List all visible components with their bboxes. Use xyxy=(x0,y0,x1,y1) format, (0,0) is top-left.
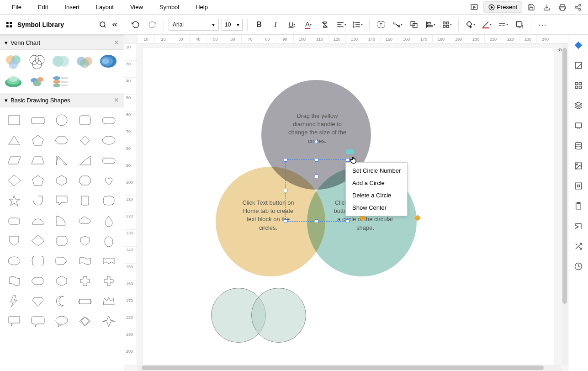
venn-list[interactable] xyxy=(51,74,70,89)
shape-hexagon-2[interactable] xyxy=(27,272,48,290)
shape-blob[interactable] xyxy=(4,252,25,270)
shape-quarter-circle[interactable] xyxy=(51,212,72,230)
redo-button[interactable] xyxy=(145,18,159,32)
venn-concentric[interactable] xyxy=(99,53,118,69)
shape-badge[interactable] xyxy=(51,232,72,250)
history-panel-icon[interactable] xyxy=(572,260,585,273)
shape-square[interactable] xyxy=(4,111,25,129)
slideshow-icon[interactable] xyxy=(468,1,481,14)
shape-parallelogram[interactable] xyxy=(4,151,25,170)
shape-moon[interactable] xyxy=(51,292,72,310)
shape-lightning[interactable] xyxy=(4,292,25,310)
line-color-button[interactable]: ▾ xyxy=(480,18,493,32)
share-icon[interactable] xyxy=(572,1,584,14)
shape-bracket[interactable] xyxy=(27,252,48,270)
menu-edit[interactable]: Edit xyxy=(30,1,56,13)
shape-rounded-square[interactable] xyxy=(74,111,95,129)
page[interactable]: Drag the yellow diamond handle to change… xyxy=(143,48,554,371)
center-handle[interactable] xyxy=(314,140,318,143)
shape-rhombus[interactable] xyxy=(4,171,25,190)
menu-show-center[interactable]: Show Center xyxy=(346,201,407,214)
shape-4-pointed[interactable] xyxy=(98,312,119,330)
font-size-select[interactable]: 10▾ xyxy=(222,19,243,31)
shape-half-circle[interactable] xyxy=(27,212,48,230)
shape-hexagon-3[interactable] xyxy=(51,272,72,290)
collapse-left-icon[interactable] xyxy=(111,21,118,28)
menu-set-circle-number[interactable]: Set Circle Number xyxy=(346,164,407,177)
clipboard-panel-icon[interactable] xyxy=(572,200,585,212)
floating-action-button[interactable] xyxy=(346,149,354,154)
align-panel-icon[interactable] xyxy=(572,220,585,233)
image-panel-icon[interactable] xyxy=(572,159,585,172)
bold-button[interactable]: B xyxy=(252,18,266,32)
shape-pentagon[interactable] xyxy=(27,131,48,149)
shape-stadium[interactable] xyxy=(98,151,119,170)
print-icon[interactable] xyxy=(556,1,569,14)
shape-style-button[interactable] xyxy=(407,18,421,32)
shape-hexagon[interactable] xyxy=(51,171,72,190)
shape-pill[interactable] xyxy=(98,111,119,129)
align-objects-button[interactable]: ▾ xyxy=(424,18,437,32)
venn-section-header[interactable]: ▾ Venn Chart ✕ xyxy=(0,35,124,50)
align-button[interactable]: ▾ xyxy=(334,18,348,32)
shape-cloud[interactable] xyxy=(74,212,95,230)
shape-callout[interactable] xyxy=(51,191,72,210)
more-button[interactable]: ⋯ xyxy=(536,18,550,32)
shape-right-triangle-2[interactable] xyxy=(74,151,95,170)
menu-add-circle[interactable]: Add a Circle xyxy=(346,177,407,189)
shape-bookmark[interactable] xyxy=(74,191,95,210)
shape-circle[interactable] xyxy=(51,111,72,129)
connector-button[interactable]: ▾ xyxy=(391,18,404,32)
present-button[interactable]: Present xyxy=(483,1,522,13)
line-style-button[interactable]: ▾ xyxy=(496,18,510,32)
venn-2-teal[interactable] xyxy=(51,53,70,69)
data-panel-icon[interactable] xyxy=(572,139,585,152)
shape-crown[interactable] xyxy=(98,292,119,310)
shape-ribbon[interactable] xyxy=(74,292,95,310)
scrollbar-vertical[interactable] xyxy=(562,43,568,365)
search-icon[interactable] xyxy=(99,21,106,28)
comment-panel-icon[interactable] xyxy=(572,119,585,132)
shape-wave-2[interactable] xyxy=(4,272,25,290)
shape-egg[interactable] xyxy=(98,232,119,250)
shape-octagon[interactable] xyxy=(74,171,95,190)
font-select[interactable]: Arial▾ xyxy=(169,19,219,31)
undo-button[interactable] xyxy=(129,18,143,32)
close-icon[interactable]: ✕ xyxy=(114,39,119,46)
venn-3-blueorange[interactable] xyxy=(75,53,94,69)
menu-insert[interactable]: Insert xyxy=(56,1,88,13)
menu-layout[interactable]: Layout xyxy=(88,1,122,13)
shape-shield-2[interactable] xyxy=(74,232,95,250)
venn-wave[interactable] xyxy=(4,74,23,89)
menu-symbol[interactable]: Symbol xyxy=(151,1,187,13)
scrollbar-horizontal[interactable] xyxy=(137,365,562,371)
strikethrough-button[interactable] xyxy=(318,18,332,32)
layers-panel-icon[interactable] xyxy=(572,99,585,112)
shape-speech-round[interactable] xyxy=(27,312,48,330)
shape-cross[interactable] xyxy=(74,272,95,290)
menu-file[interactable]: File xyxy=(4,1,30,13)
shape-diamond-3[interactable] xyxy=(74,312,95,330)
font-color-button[interactable]: A▾ xyxy=(302,18,315,32)
shape-right-triangle[interactable] xyxy=(51,151,72,170)
download-icon[interactable] xyxy=(540,1,553,14)
menu-view[interactable]: View xyxy=(122,1,151,13)
basic-shapes-header[interactable]: ▾ Basic Drawing Shapes ✕ xyxy=(0,93,124,107)
shape-speech-ellipse[interactable] xyxy=(51,312,72,330)
menu-help[interactable]: Help xyxy=(187,1,216,13)
venn-3-outline[interactable] xyxy=(27,53,47,69)
text-box-button[interactable]: T xyxy=(374,18,388,32)
shape-plus[interactable] xyxy=(98,272,119,290)
shape-banner[interactable] xyxy=(98,252,119,270)
shape-hexagon-flat[interactable] xyxy=(51,131,72,149)
distribute-button[interactable]: ▾ xyxy=(440,18,454,32)
grid-panel-icon[interactable] xyxy=(572,79,585,92)
shape-trapezoid[interactable] xyxy=(27,151,48,170)
shape-teardrop[interactable] xyxy=(27,191,48,210)
selection-box[interactable] xyxy=(285,159,348,222)
venn-3-color[interactable] xyxy=(4,53,23,69)
shape-droplet[interactable] xyxy=(98,212,119,230)
shape-gem[interactable] xyxy=(27,292,48,310)
shape-tab-rect[interactable] xyxy=(4,212,25,230)
shape-triangle[interactable] xyxy=(4,131,25,149)
